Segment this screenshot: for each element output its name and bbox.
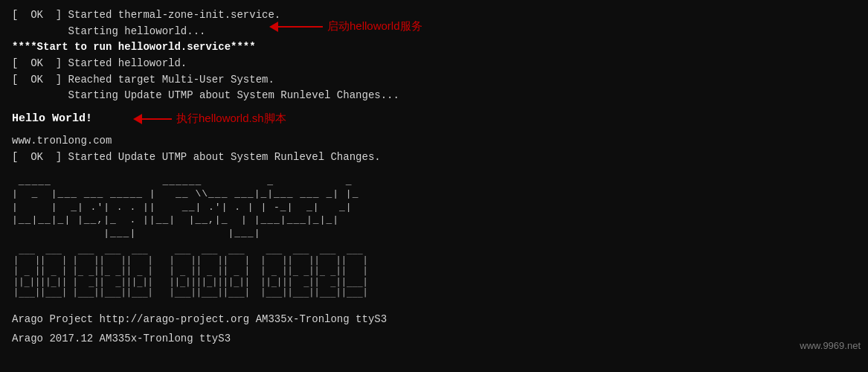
line-start-helloworld-service: ****Start to run helloworld.service****: [12, 39, 856, 56]
banner-line-2: | _ |___ ___ _____ | __ \\___ ___|_|___ …: [12, 187, 856, 201]
line-tronlong-url: www.tronlong.com: [12, 133, 856, 150]
line-started-utmp: [ OK ] Started Update UTMP about System …: [12, 150, 856, 166]
line-hello-world: Hello World!: [12, 110, 92, 127]
banner-line-5: |___| |___|: [12, 227, 856, 240]
line-reached-target: [ OK ] Reached target Multi-User System.: [12, 72, 856, 89]
arrow-line2: [142, 118, 172, 120]
hello-world-container: Hello World! 执行helloworld.sh脚本: [12, 110, 92, 127]
helloscript-arrow: [133, 114, 172, 124]
line-thermal-init: [ OK ] Started thermal-zone-init.service…: [12, 7, 856, 24]
ascii-art-large: ___ ___ ___ ___ ___ ___ ___ ___ ___ ___ …: [13, 244, 856, 308]
ascii-art-text: ___ ___ ___ ___ ___ ___ ___ ___ ___ ___ …: [13, 244, 368, 308]
arrowhead-icon2: [133, 114, 142, 124]
line-starting-helloworld: Starting helloworld...: [12, 24, 856, 40]
annotation-helloscript: 执行helloworld.sh脚本: [133, 112, 286, 126]
line-arago-version: Arago 2017.12 AM335x-Tronlong ttyS3: [12, 331, 856, 347]
banner-line-3: | | _| .'| . . || __| .'| . | | -_| _| _…: [12, 201, 856, 214]
banner-line-1: _____ ______ _ _: [12, 175, 856, 188]
watermark: www.9969.net: [800, 340, 861, 351]
ascii-banner: _____ ______ _ _ | _ |___ ___ _____ | __…: [12, 175, 856, 240]
annotation-helloscript-label: 执行helloworld.sh脚本: [176, 112, 286, 126]
banner-line-4: |__|__|_| |__,|_ . ||__| |__,|_ | |___|_…: [12, 214, 856, 227]
line-starting-utmp: Starting Update UTMP about System Runlev…: [12, 88, 856, 104]
spacer-1: [12, 104, 856, 110]
ascii-art-row: ___ ___ ___ ___ ___ ___ ___ ___ ___ ___ …: [13, 244, 856, 308]
spacer-3: [12, 166, 856, 172]
terminal: [ OK ] Started thermal-zone-init.service…: [0, 0, 868, 372]
spacer-2: [12, 127, 856, 133]
line-arago-project: Arago Project http://arago-project.org A…: [12, 312, 856, 328]
line-started-helloworld: [ OK ] Started helloworld.: [12, 56, 856, 72]
